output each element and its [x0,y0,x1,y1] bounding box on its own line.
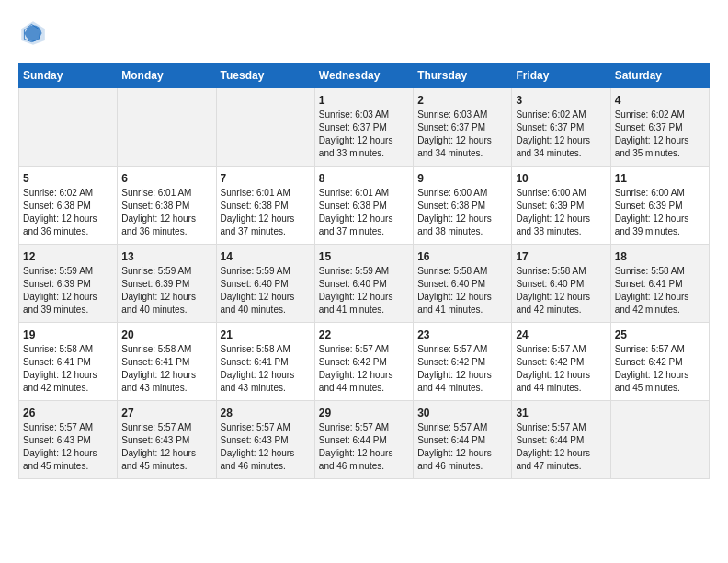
day-info: Sunrise: 5:59 AM Sunset: 6:40 PM Dayligh… [221,265,311,316]
header-row: SundayMondayTuesdayWednesdayThursdayFrid… [19,63,710,88]
calendar-cell: 21Sunrise: 5:58 AM Sunset: 6:41 PM Dayli… [216,323,314,401]
header-friday: Friday [512,63,610,88]
day-info: Sunrise: 5:58 AM Sunset: 6:41 PM Dayligh… [221,343,311,395]
day-number: 26 [23,407,113,419]
day-number: 11 [615,172,705,185]
day-info: Sunrise: 5:58 AM Sunset: 6:41 PM Dayligh… [615,265,705,316]
day-info: Sunrise: 5:57 AM Sunset: 6:43 PM Dayligh… [23,421,113,473]
day-number: 24 [516,328,606,341]
day-info: Sunrise: 5:57 AM Sunset: 6:42 PM Dayligh… [417,343,507,395]
week-row-2: 5Sunrise: 6:02 AM Sunset: 6:38 PM Daylig… [19,167,710,245]
day-info: Sunrise: 6:00 AM Sunset: 6:39 PM Dayligh… [615,187,705,238]
day-info: Sunrise: 6:02 AM Sunset: 6:38 PM Dayligh… [23,187,113,238]
day-info: Sunrise: 6:03 AM Sunset: 6:37 PM Dayligh… [417,109,507,160]
calendar-cell: 4Sunrise: 6:02 AM Sunset: 6:37 PM Daylig… [610,88,709,167]
calendar-cell: 18Sunrise: 5:58 AM Sunset: 6:41 PM Dayli… [610,245,709,323]
day-number: 21 [221,328,311,341]
week-row-1: 1Sunrise: 6:03 AM Sunset: 6:37 PM Daylig… [19,88,710,167]
calendar-cell: 15Sunrise: 5:59 AM Sunset: 6:40 PM Dayli… [314,245,413,323]
calendar-cell: 2Sunrise: 6:03 AM Sunset: 6:37 PM Daylig… [414,88,512,167]
day-info: Sunrise: 5:57 AM Sunset: 6:42 PM Dayligh… [516,343,606,395]
day-info: Sunrise: 5:58 AM Sunset: 6:40 PM Dayligh… [516,265,606,316]
day-number: 16 [417,250,507,263]
calendar-cell: 23Sunrise: 5:57 AM Sunset: 6:42 PM Dayli… [414,323,512,401]
day-number: 31 [516,407,606,419]
calendar-cell: 6Sunrise: 6:01 AM Sunset: 6:38 PM Daylig… [118,167,216,245]
calendar-cell [610,401,709,479]
day-number: 29 [319,407,409,419]
day-info: Sunrise: 5:59 AM Sunset: 6:40 PM Dayligh… [319,265,409,316]
calendar-cell: 7Sunrise: 6:01 AM Sunset: 6:38 PM Daylig… [216,167,314,245]
logo [18,18,51,48]
day-number: 7 [221,172,311,185]
calendar-cell: 17Sunrise: 5:58 AM Sunset: 6:40 PM Dayli… [512,245,610,323]
calendar-cell: 16Sunrise: 5:58 AM Sunset: 6:40 PM Dayli… [414,245,512,323]
day-info: Sunrise: 6:03 AM Sunset: 6:37 PM Dayligh… [319,109,409,160]
day-info: Sunrise: 5:57 AM Sunset: 6:43 PM Dayligh… [121,421,211,473]
calendar-cell: 22Sunrise: 5:57 AM Sunset: 6:42 PM Dayli… [314,323,413,401]
calendar-cell: 11Sunrise: 6:00 AM Sunset: 6:39 PM Dayli… [610,167,709,245]
day-number: 6 [121,172,211,185]
day-number: 13 [121,250,211,263]
calendar-cell: 1Sunrise: 6:03 AM Sunset: 6:37 PM Daylig… [314,88,413,167]
day-number: 1 [319,94,409,107]
day-info: Sunrise: 5:57 AM Sunset: 6:44 PM Dayligh… [319,421,409,473]
day-info: Sunrise: 5:58 AM Sunset: 6:40 PM Dayligh… [417,265,507,316]
day-info: Sunrise: 5:59 AM Sunset: 6:39 PM Dayligh… [121,265,211,316]
calendar-cell: 28Sunrise: 5:57 AM Sunset: 6:43 PM Dayli… [216,401,314,479]
day-info: Sunrise: 6:00 AM Sunset: 6:38 PM Dayligh… [417,187,507,238]
day-number: 28 [221,407,311,419]
calendar-cell: 10Sunrise: 6:00 AM Sunset: 6:39 PM Dayli… [512,167,610,245]
day-number: 10 [516,172,606,185]
calendar-cell: 25Sunrise: 5:57 AM Sunset: 6:42 PM Dayli… [610,323,709,401]
day-number: 22 [319,328,409,341]
header-monday: Monday [118,63,216,88]
calendar-header: SundayMondayTuesdayWednesdayThursdayFrid… [19,63,710,88]
calendar-cell: 24Sunrise: 5:57 AM Sunset: 6:42 PM Dayli… [512,323,610,401]
day-number: 5 [23,172,113,185]
logo-icon [18,18,48,48]
calendar-cell [118,88,216,167]
calendar-cell: 14Sunrise: 5:59 AM Sunset: 6:40 PM Dayli… [216,245,314,323]
week-row-5: 26Sunrise: 5:57 AM Sunset: 6:43 PM Dayli… [19,401,710,479]
header-thursday: Thursday [414,63,512,88]
day-number: 15 [319,250,409,263]
day-info: Sunrise: 5:57 AM Sunset: 6:42 PM Dayligh… [319,343,409,395]
week-row-4: 19Sunrise: 5:58 AM Sunset: 6:41 PM Dayli… [19,323,710,401]
day-info: Sunrise: 5:59 AM Sunset: 6:39 PM Dayligh… [23,265,113,316]
day-info: Sunrise: 6:02 AM Sunset: 6:37 PM Dayligh… [516,109,606,160]
week-row-3: 12Sunrise: 5:59 AM Sunset: 6:39 PM Dayli… [19,245,710,323]
day-number: 3 [516,94,606,107]
day-info: Sunrise: 6:01 AM Sunset: 6:38 PM Dayligh… [319,187,409,238]
day-number: 9 [417,172,507,185]
calendar-cell [216,88,314,167]
calendar-cell: 30Sunrise: 5:57 AM Sunset: 6:44 PM Dayli… [414,401,512,479]
day-number: 30 [417,407,507,419]
calendar-cell: 20Sunrise: 5:58 AM Sunset: 6:41 PM Dayli… [118,323,216,401]
calendar-cell: 19Sunrise: 5:58 AM Sunset: 6:41 PM Dayli… [19,323,118,401]
header-sunday: Sunday [19,63,118,88]
calendar-cell: 5Sunrise: 6:02 AM Sunset: 6:38 PM Daylig… [19,167,118,245]
calendar-table: SundayMondayTuesdayWednesdayThursdayFrid… [18,63,710,479]
calendar-cell: 13Sunrise: 5:59 AM Sunset: 6:39 PM Dayli… [118,245,216,323]
day-info: Sunrise: 6:01 AM Sunset: 6:38 PM Dayligh… [221,187,311,238]
day-info: Sunrise: 6:02 AM Sunset: 6:37 PM Dayligh… [615,109,705,160]
calendar-cell: 9Sunrise: 6:00 AM Sunset: 6:38 PM Daylig… [414,167,512,245]
day-info: Sunrise: 5:58 AM Sunset: 6:41 PM Dayligh… [121,343,211,395]
day-info: Sunrise: 5:57 AM Sunset: 6:44 PM Dayligh… [516,421,606,473]
day-number: 17 [516,250,606,263]
calendar-cell: 26Sunrise: 5:57 AM Sunset: 6:43 PM Dayli… [19,401,118,479]
calendar-cell: 31Sunrise: 5:57 AM Sunset: 6:44 PM Dayli… [512,401,610,479]
day-number: 25 [615,328,705,341]
day-info: Sunrise: 5:58 AM Sunset: 6:41 PM Dayligh… [23,343,113,395]
day-number: 19 [23,328,113,341]
calendar-cell: 27Sunrise: 5:57 AM Sunset: 6:43 PM Dayli… [118,401,216,479]
header-tuesday: Tuesday [216,63,314,88]
header-saturday: Saturday [610,63,709,88]
page-header [18,18,710,48]
calendar-cell: 12Sunrise: 5:59 AM Sunset: 6:39 PM Dayli… [19,245,118,323]
day-info: Sunrise: 5:57 AM Sunset: 6:43 PM Dayligh… [221,421,311,473]
day-number: 14 [221,250,311,263]
day-number: 8 [319,172,409,185]
calendar-cell: 8Sunrise: 6:01 AM Sunset: 6:38 PM Daylig… [314,167,413,245]
